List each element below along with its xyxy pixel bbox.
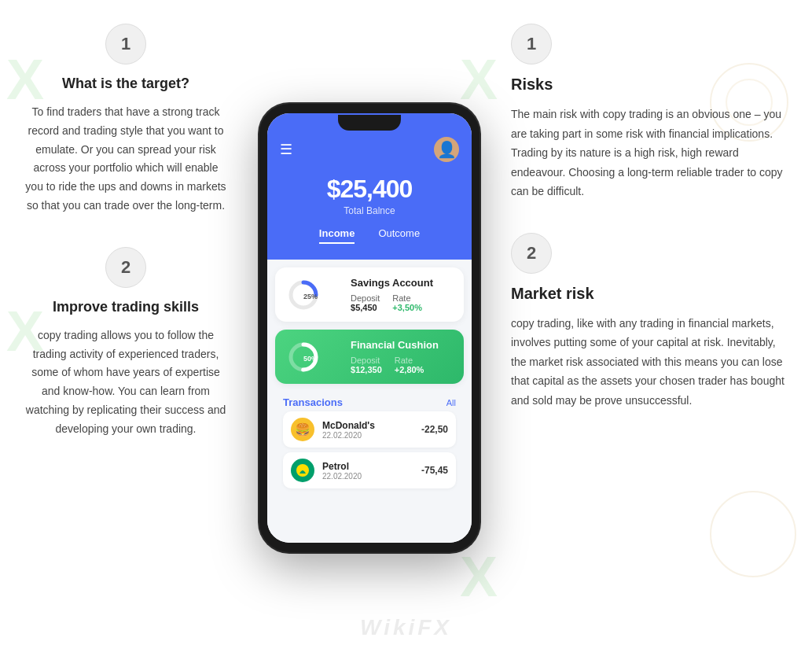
cushion-rate: Rate +2,80%	[395, 356, 424, 374]
phone-mockup: ☰ 👤 $25,400 Total Balnce Income Outcome	[259, 104, 479, 552]
mcdonalds-info: McDonald's 22.02.2020	[322, 420, 413, 440]
left-text-1: To find traders that have a strong track…	[24, 103, 228, 216]
hamburger-icon[interactable]: ☰	[280, 141, 292, 158]
left-section-1: 1 What is the target? To find traders th…	[24, 24, 228, 216]
savings-title: Savings Account	[351, 277, 453, 289]
savings-deposit: Deposit $5,450	[351, 293, 380, 312]
transactions-header: Transacions All	[275, 392, 464, 411]
step-circle-2: 2	[105, 247, 146, 288]
petrol-name: Petrol	[322, 461, 413, 472]
cushion-deposit: Deposit $12,350	[351, 356, 382, 374]
avatar-face: 👤	[437, 140, 457, 159]
cushion-info: Financial Cushion Deposit $12,350 Rate +…	[351, 339, 453, 374]
cards-area: 25% Savings Account Deposit $5,450 Rate	[267, 260, 472, 543]
mcdonalds-name: McDonald's	[322, 420, 413, 431]
savings-info: Savings Account Deposit $5,450 Rate +3,5…	[351, 277, 453, 312]
app-header: ☰ 👤 $25,400 Total Balnce Income Outcome	[267, 113, 472, 260]
left-column: 1 What is the target? To find traders th…	[0, 0, 244, 656]
right-title-1: Risks	[511, 76, 788, 94]
phone-screen: ☰ 👤 $25,400 Total Balnce Income Outcome	[267, 113, 472, 543]
phone-notch	[338, 115, 401, 131]
mcdonalds-icon: 🍔	[295, 422, 310, 437]
cushion-card: 50% Financial Cushion Deposit $12,350 Ra	[275, 330, 464, 384]
savings-meta: Deposit $5,450 Rate +3,50%	[351, 293, 453, 312]
left-section-2: 2 Improve trading skills copy trading al…	[24, 247, 228, 439]
page-container: X X X X 1 What is the target? To find tr…	[0, 0, 812, 656]
middle-column: ☰ 👤 $25,400 Total Balnce Income Outcome	[244, 0, 495, 656]
mcdonalds-amount: -22,50	[421, 424, 448, 435]
app-top-bar: ☰ 👤	[280, 137, 459, 162]
left-text-2: copy trading allows you to follow the tr…	[24, 326, 228, 439]
avatar: 👤	[434, 137, 459, 162]
right-text-2: copy trading, like with any trading in f…	[511, 314, 788, 411]
tab-income[interactable]: Income	[319, 227, 355, 244]
right-step-circle-1: 1	[511, 24, 552, 64]
mcdonalds-logo: 🍔	[291, 418, 314, 441]
tab-outcome[interactable]: Outcome	[378, 227, 420, 244]
petrol-amount: -75,45	[421, 465, 448, 476]
petrol-info: Petrol 22.02.2020	[322, 461, 413, 481]
left-title-1: What is the target?	[62, 76, 189, 92]
step-circle-1: 1	[105, 24, 146, 64]
mcdonalds-date: 22.02.2020	[322, 431, 413, 440]
left-title-2: Improve trading skills	[53, 299, 199, 315]
tab-bar: Income Outcome	[280, 227, 459, 244]
savings-rate: Rate +3,50%	[392, 293, 422, 312]
balance-amount: $25,400	[280, 175, 459, 204]
cushion-title: Financial Cushion	[351, 339, 453, 351]
right-column: 1 Risks The main risk with copy trading …	[495, 0, 812, 656]
right-step-circle-2: 2	[511, 233, 552, 274]
petrol-date: 22.02.2020	[322, 472, 413, 481]
right-text-1: The main risk with copy trading is an ob…	[511, 105, 788, 201]
balance-label: Total Balnce	[280, 205, 459, 216]
right-section-1: 1 Risks The main risk with copy trading …	[511, 24, 788, 201]
transaction-mcdonalds: 🍔 McDonald's 22.02.2020 -22,50	[283, 411, 456, 448]
transactions-all[interactable]: All	[446, 398, 456, 407]
transactions-title: Transacions	[283, 396, 343, 408]
right-section-2: 2 Market risk copy trading, like with an…	[511, 233, 788, 411]
right-title-2: Market risk	[511, 285, 788, 303]
transaction-petrol: Petrol 22.02.2020 -75,45	[283, 452, 456, 488]
cushion-meta: Deposit $12,350 Rate +2,80%	[351, 356, 453, 374]
petrol-icon	[295, 463, 310, 478]
petrol-logo	[291, 459, 314, 482]
savings-card: 25% Savings Account Deposit $5,450 Rate	[275, 267, 464, 322]
